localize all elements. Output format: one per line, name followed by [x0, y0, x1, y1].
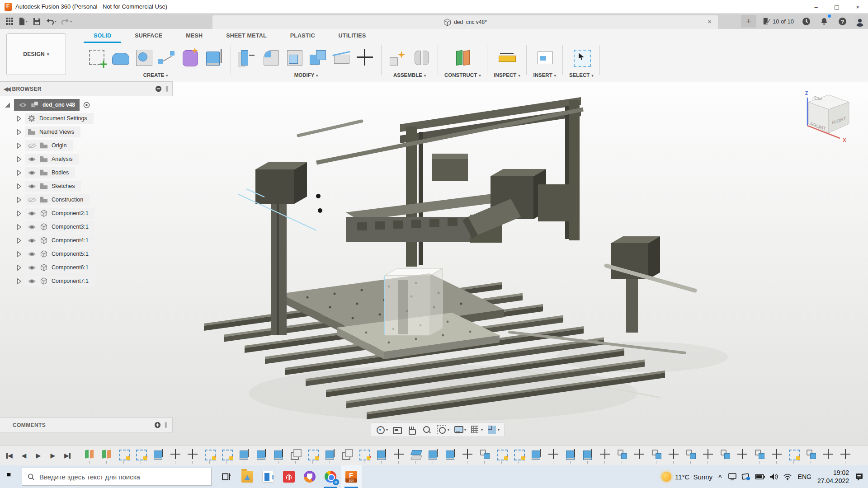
tree-row[interactable]: Origin [0, 139, 173, 152]
timeline-feature[interactable] [444, 447, 457, 464]
tree-row[interactable]: Document Settings [0, 112, 173, 125]
ribbon-tool-icon[interactable] [134, 47, 154, 67]
navbar-tool[interactable] [406, 424, 420, 436]
timeline-feature[interactable] [410, 447, 423, 464]
ribbon-group-label[interactable]: SELECT ▾ [569, 72, 594, 78]
tree-row[interactable]: Named Views [0, 125, 173, 139]
taskbar-search[interactable] [22, 468, 212, 486]
tree-row[interactable]: Bodies [0, 166, 173, 179]
expand-arrow-icon[interactable] [17, 183, 21, 189]
timeline-feature[interactable] [478, 447, 491, 464]
tree-row[interactable]: Component5:1 [0, 247, 173, 261]
eye-icon[interactable] [28, 251, 36, 257]
timeline-feature[interactable] [392, 447, 406, 464]
timeline-feature[interactable] [805, 447, 818, 464]
action-center-icon[interactable] [855, 473, 863, 481]
tree-row[interactable]: Component2:1 [0, 206, 173, 220]
timeline-feature[interactable] [788, 447, 801, 464]
eye-icon[interactable] [28, 211, 36, 216]
timeline-feature[interactable] [667, 447, 680, 464]
timeline-feature[interactable] [633, 447, 646, 464]
collapse-panel-icon[interactable]: ◀◀ [4, 86, 9, 92]
expand-arrow-icon[interactable] [17, 170, 21, 176]
job-status-icon[interactable] [800, 15, 812, 27]
timeline-feature[interactable] [152, 447, 165, 464]
timeline-feature[interactable] [324, 447, 337, 464]
eye-icon[interactable] [28, 183, 36, 189]
ribbon-tool-icon[interactable] [571, 47, 591, 67]
go-to-end-button[interactable]: ▶ [61, 450, 73, 461]
close-tab-icon[interactable]: × [708, 18, 712, 25]
timeline-feature[interactable] [289, 447, 302, 464]
navbar-tool[interactable]: ▾ [469, 424, 485, 436]
ribbon-tool-icon[interactable] [308, 47, 328, 67]
timeline-feature[interactable] [221, 447, 234, 464]
expand-arrow-icon[interactable] [17, 143, 21, 149]
ribbon-tool-icon[interactable] [284, 47, 304, 67]
save-button[interactable] [31, 15, 42, 27]
eye-icon[interactable] [28, 265, 36, 271]
eye-icon[interactable] [28, 170, 36, 176]
browser-header[interactable]: ◀◀ BROWSER [0, 81, 173, 96]
ribbon-tool-icon[interactable] [497, 47, 517, 67]
wifi-icon[interactable] [783, 473, 792, 480]
ribbon-group-label[interactable]: INSERT ▾ [533, 72, 556, 78]
minimize-button[interactable]: – [806, 0, 826, 14]
ribbon-tool-icon[interactable] [388, 47, 408, 67]
ribbon-tool-icon[interactable] [181, 47, 201, 67]
weather-widget[interactable]: 11°C Sunny [661, 472, 712, 482]
ribbon-group-label[interactable]: CONSTRUCT ▾ [444, 72, 481, 78]
timeline-feature[interactable] [719, 447, 732, 464]
eye-icon[interactable] [28, 156, 36, 162]
undo-button[interactable]: ▾ [44, 15, 58, 27]
timeline-feature[interactable] [599, 447, 612, 464]
battery-icon[interactable] [755, 474, 765, 479]
timeline-feature[interactable] [186, 447, 199, 464]
add-comment-icon[interactable] [154, 422, 161, 428]
expand-arrow-icon[interactable] [17, 129, 21, 135]
display-tray-icon[interactable] [728, 473, 737, 481]
help-icon[interactable] [836, 15, 848, 27]
tree-root-row[interactable]: ded_cnc v48 [0, 98, 173, 112]
task-view-button[interactable] [216, 465, 237, 488]
ribbon-tab[interactable]: UTILITIES [329, 31, 376, 43]
ribbon-tab[interactable]: SURFACE [125, 31, 172, 43]
ribbon-group-label[interactable]: INSPECT ▾ [494, 72, 520, 78]
play-button[interactable]: ▶ [33, 450, 44, 461]
version-badge[interactable]: 10 of 10 [763, 17, 794, 25]
timeline-feature[interactable] [839, 447, 852, 464]
timeline-feature[interactable] [169, 447, 182, 464]
timeline-feature[interactable] [118, 447, 131, 464]
secure-browser-icon[interactable] [299, 465, 320, 488]
navbar-tool[interactable] [420, 424, 434, 436]
tree-row[interactable]: Component7:1 [0, 274, 173, 288]
ribbon-tab[interactable]: PLASTIC [280, 31, 325, 43]
ribbon-tab[interactable]: SHEET METAL [216, 31, 276, 43]
tree-row[interactable]: Component3:1 [0, 220, 173, 234]
timeline-feature[interactable] [83, 447, 96, 464]
start-button[interactable] [0, 465, 22, 488]
timeline-feature[interactable] [255, 447, 268, 464]
activate-component-icon[interactable] [83, 102, 90, 108]
tray-overflow-chevron[interactable]: ^ [718, 474, 722, 480]
collapse-all-icon[interactable] [155, 85, 162, 92]
file-menu-button[interactable]: ▾ [17, 15, 29, 27]
expand-arrow-icon[interactable] [17, 251, 21, 257]
app-grid-icon[interactable] [4, 15, 15, 27]
timeline-feature[interactable] [238, 447, 251, 464]
eye-icon[interactable] [28, 197, 36, 203]
ribbon-tab[interactable]: MESH [176, 31, 212, 43]
new-tab-button[interactable]: + [741, 15, 756, 28]
search-input[interactable] [39, 473, 206, 481]
ribbon-tool-icon[interactable] [89, 50, 104, 65]
eye-icon[interactable] [28, 224, 36, 230]
timeline-feature[interactable] [770, 447, 783, 464]
timeline-feature[interactable] [135, 447, 148, 464]
step-forward-button[interactable]: ▶ [47, 450, 59, 461]
panel-grip-icon[interactable] [165, 422, 168, 428]
ribbon-group-label[interactable]: CREATE ▾ [143, 72, 168, 78]
fusion-360-taskbar-icon[interactable] [341, 465, 362, 488]
ribbon-tab[interactable]: SOLID [84, 31, 121, 43]
ribbon-tool-icon[interactable] [331, 47, 351, 67]
ribbon-tool-icon[interactable] [157, 47, 177, 67]
